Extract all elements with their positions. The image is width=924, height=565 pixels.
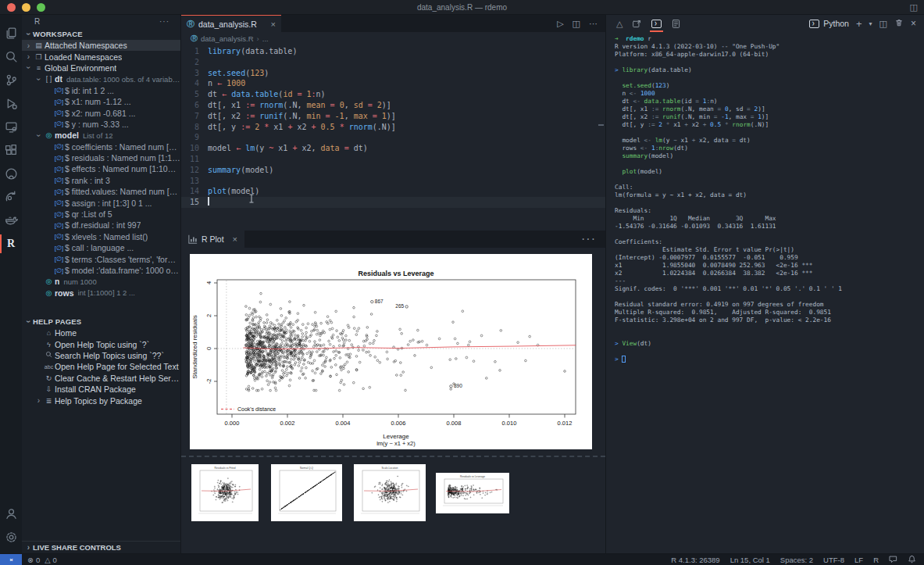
- editor-more-actions-icon[interactable]: ···: [589, 19, 598, 28]
- code-line[interactable]: 7dt[, x2 := runif(.N, min = -1, max = 1)…: [181, 111, 605, 122]
- tree-item[interactable]: ↻Clear Cache & Restart Help Server: [22, 373, 180, 384]
- close-tab-icon[interactable]: ×: [271, 20, 276, 29]
- tree-item[interactable]: [∅]$ fitted.values: Named num [1:1000...: [22, 186, 180, 197]
- remote-explorer-icon[interactable]: [0, 115, 22, 138]
- code-line[interactable]: 9: [181, 132, 605, 143]
- tree-item[interactable]: ⌂Home: [22, 327, 180, 338]
- tree-item[interactable]: [∅]$ residuals : Named num [1:1000] -...: [22, 152, 180, 163]
- tab-data-analysis[interactable]: Ⓡ data_analysis.R ×: [181, 15, 281, 32]
- code-line[interactable]: 13: [181, 176, 605, 187]
- plot-thumbnail-residuals-vs-leverage[interactable]: Residuals vs Leverage: [436, 473, 509, 513]
- feedback-icon[interactable]: [889, 555, 897, 565]
- notifications-bell-icon[interactable]: [908, 555, 916, 565]
- sidebar-more-actions-icon[interactable]: ···: [159, 17, 169, 26]
- ports-icon[interactable]: [632, 15, 642, 32]
- remote-indicator[interactable]: ›‹: [0, 554, 22, 565]
- code-line[interactable]: 12summary(model): [181, 165, 605, 176]
- close-plot-icon[interactable]: ×: [233, 234, 237, 244]
- terminal-output[interactable]: ➜ rdemo rR version 4.1.3 (2022-03-10) --…: [606, 32, 924, 553]
- split-editor-icon[interactable]: ◫: [573, 19, 580, 29]
- code-line[interactable]: 4n ← 1000: [181, 78, 605, 89]
- tree-item[interactable]: [∅]$ model :'data.frame': 1000 obs. of..…: [22, 265, 180, 276]
- plot-more-actions-icon[interactable]: ···: [581, 232, 605, 246]
- workspace-section-header[interactable]: › WORKSPACE: [22, 28, 180, 40]
- tab-r-plot[interactable]: R Plot ×: [181, 231, 244, 248]
- help-pages-section-header[interactable]: › HELP PAGES: [22, 316, 180, 327]
- code-line[interactable]: 10model ← lm(y ~ x1 + x2, data = dt): [181, 143, 605, 154]
- code-line[interactable]: 1library(data.table): [181, 46, 605, 57]
- output-icon[interactable]: [671, 15, 681, 32]
- tree-item[interactable]: ›◎modelList of 12: [22, 130, 180, 141]
- tree-item[interactable]: [∅]$ y : num -3.33 ...: [22, 119, 180, 130]
- tree-item[interactable]: ›[ ]dtdata.table: 1000 obs. of 4 variabl…: [22, 73, 180, 84]
- accounts-icon[interactable]: [0, 502, 22, 525]
- tree-item[interactable]: [∅]$ qr :List of 5: [22, 209, 180, 220]
- tree-item[interactable]: [∅]$ x1: num -1.12 ...: [22, 96, 180, 107]
- tree-item[interactable]: ◎nnum 1000: [22, 276, 180, 287]
- code-line[interactable]: 11: [181, 154, 605, 165]
- code-line[interactable]: 8dt[, y := 2 * x1 + x2 + 0.5 * rnorm(.N)…: [181, 122, 605, 133]
- code-line[interactable]: 14plot(model): [181, 186, 605, 197]
- eol-status[interactable]: LF: [854, 556, 863, 564]
- r-version-status[interactable]: R 4.1.3: 26389: [671, 556, 719, 564]
- problems-status[interactable]: ⊗0 △0: [22, 556, 57, 564]
- tree-item[interactable]: ›≣Help Topics by Package: [22, 395, 180, 406]
- breadcrumb[interactable]: Ⓡ data_analysis.R › ...: [181, 32, 605, 45]
- tree-item[interactable]: [∅]$ coefficients : Named num [1:3] -0..…: [22, 141, 180, 152]
- chevron-down-icon[interactable]: ›: [24, 63, 33, 72]
- tree-item[interactable]: ›❐Loaded Namespaces: [22, 51, 180, 62]
- plot-thumbnail-residuals-vs-fitted[interactable]: Residuals vs Fitted: [191, 464, 259, 521]
- code-line[interactable]: 3set.seed(123): [181, 68, 605, 79]
- code-line[interactable]: 6dt[, x1 := rnorm(.N, mean = 0, sd = 2)]: [181, 100, 605, 111]
- docker-icon[interactable]: [0, 209, 22, 232]
- live-share-icon[interactable]: [0, 185, 22, 209]
- chevron-right-icon[interactable]: ›: [24, 41, 33, 50]
- settings-gear-icon[interactable]: [0, 525, 22, 549]
- terminal-profile[interactable]: ❯ Python: [809, 19, 849, 28]
- maximize-window-button[interactable]: [37, 3, 45, 12]
- problems-icon[interactable]: △: [616, 15, 623, 32]
- run-source-button[interactable]: ▷: [557, 19, 563, 29]
- close-panel-icon[interactable]: ×: [911, 18, 916, 29]
- plot-thumbnail-scale-location[interactable]: Scale-Location: [354, 464, 426, 521]
- tree-item[interactable]: [∅]$ call : language ...: [22, 242, 180, 253]
- tree-item[interactable]: Search Help Topics using `??`: [22, 350, 180, 361]
- explorer-icon[interactable]: [0, 21, 22, 45]
- new-terminal-icon[interactable]: +: [856, 18, 862, 30]
- language-mode-status[interactable]: R: [873, 556, 879, 564]
- chevron-down-icon[interactable]: ›: [34, 131, 43, 140]
- chevron-right-icon[interactable]: ›: [24, 52, 33, 61]
- code-line[interactable]: 2: [181, 57, 605, 68]
- cursor-position-status[interactable]: Ln 15, Col 1: [730, 556, 770, 564]
- code-line[interactable]: 5dt ← data.table(id = 1:n): [181, 89, 605, 100]
- github-icon[interactable]: [0, 162, 22, 185]
- tree-item[interactable]: abcOpen Help Page for Selected Text: [22, 361, 180, 372]
- search-icon[interactable]: [0, 45, 22, 68]
- r-extension-icon[interactable]: R: [0, 232, 22, 256]
- tree-item[interactable]: ›▤Attached Namespaces: [22, 40, 180, 51]
- tree-item[interactable]: ϟOpen Help Topic using `?`: [22, 338, 180, 349]
- kill-terminal-icon[interactable]: [894, 18, 904, 29]
- tree-item[interactable]: [∅]$ rank : int 3: [22, 175, 180, 186]
- tree-item[interactable]: ◎rowsint [1:1000] 1 2 ...: [22, 288, 180, 299]
- run-debug-icon[interactable]: [0, 91, 22, 115]
- terminal-dropdown-icon[interactable]: ▾: [869, 20, 872, 27]
- chevron-down-icon[interactable]: ›: [34, 75, 43, 84]
- customize-layout-icon[interactable]: ◫: [910, 2, 918, 13]
- tree-item[interactable]: [∅]$ terms :Classes 'terms', 'formula' l…: [22, 253, 180, 264]
- tree-item[interactable]: [∅]$ df.residual : int 997: [22, 220, 180, 231]
- live-share-controls-section[interactable]: › LIVE SHARE CONTROLS: [22, 541, 180, 553]
- close-window-button[interactable]: [7, 3, 16, 12]
- tree-item[interactable]: [∅]$ id: int 1 2 ...: [22, 85, 180, 96]
- source-control-icon[interactable]: [0, 68, 22, 91]
- tree-item[interactable]: ⇩Install CRAN Package: [22, 384, 180, 395]
- tree-item[interactable]: ›≡Global Environment: [22, 63, 180, 73]
- encoding-status[interactable]: UTF-8: [823, 556, 844, 564]
- chevron-right-icon[interactable]: ›: [34, 396, 43, 405]
- code-editor[interactable]: 1library(data.table)23set.seed(123)4n ← …: [181, 45, 605, 231]
- tree-item[interactable]: [∅]$ assign : int [1:3] 0 1 ...: [22, 197, 180, 208]
- tree-item[interactable]: [∅]$ x2: num -0.681 ...: [22, 107, 180, 118]
- minimize-window-button[interactable]: [22, 3, 30, 12]
- indentation-status[interactable]: Spaces: 2: [780, 556, 813, 564]
- extensions-icon[interactable]: [0, 138, 22, 162]
